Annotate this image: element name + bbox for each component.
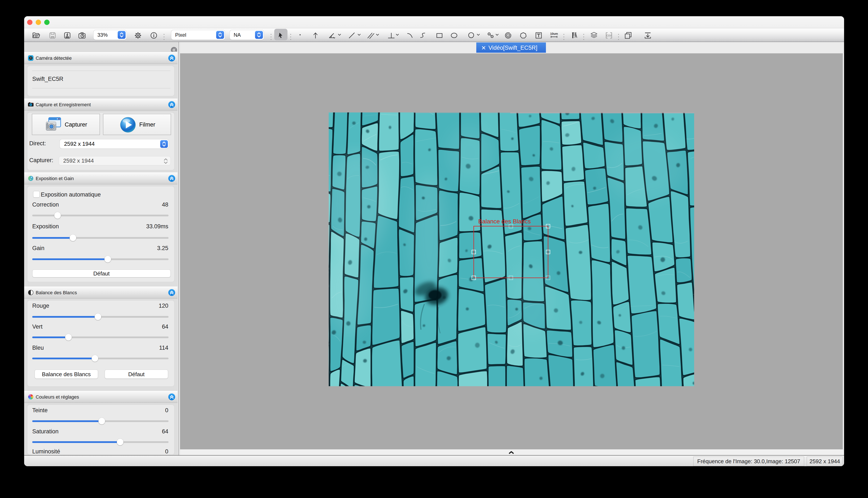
svg-text:10um: 10um bbox=[550, 32, 558, 36]
svg-text:Balance des Blancs: Balance des Blancs bbox=[478, 218, 531, 225]
svg-text:CSV: CSV bbox=[607, 34, 612, 37]
